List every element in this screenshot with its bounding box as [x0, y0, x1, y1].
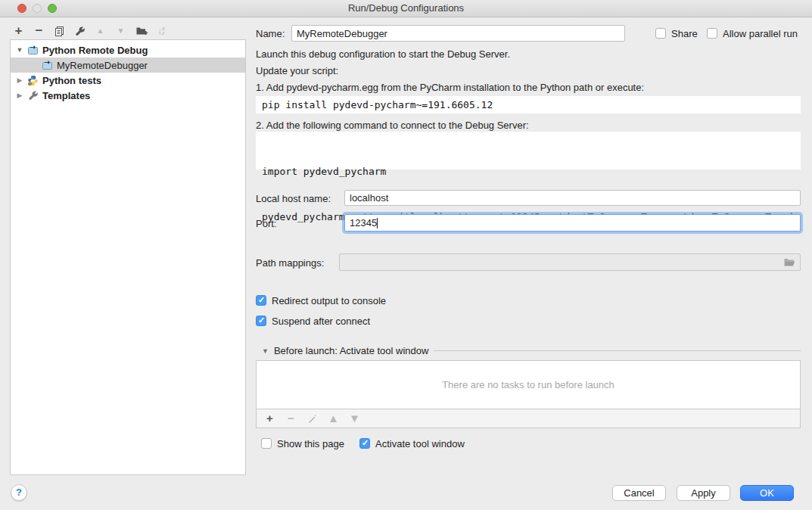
configurations-tree: ▼ Python Remote Debug MyRemoteDebugger ▶… [10, 39, 246, 475]
remove-configuration-icon[interactable]: − [33, 25, 45, 37]
redirect-output-checkbox[interactable] [256, 295, 266, 306]
redirect-output-checkbox-row[interactable]: Redirect output to console [256, 294, 386, 306]
new-folder-icon[interactable] [135, 25, 148, 37]
move-task-down-icon: ▼ [349, 412, 360, 424]
before-launch-title: Before launch: Activate tool window [274, 345, 429, 356]
help-button[interactable]: ? [11, 484, 27, 501]
zoom-window-button[interactable] [48, 4, 57, 13]
chevron-down-icon[interactable]: ▼ [256, 347, 269, 355]
pip-install-code-block: pip install pydevd-pycharm~=191.6605.12 [256, 96, 801, 114]
allow-parallel-run-checkbox-row[interactable]: Allow parallel run [707, 27, 798, 39]
local-host-name-label: Local host name: [256, 193, 331, 204]
configuration-editor-panel: Name: Share Allow parallel run Launch th… [256, 0, 801, 510]
share-label: Share [671, 28, 698, 39]
section-divider [434, 350, 801, 351]
tree-item-label: Python Remote Debug [42, 45, 148, 56]
tree-item-templates[interactable]: ▶ Templates [11, 88, 245, 103]
allow-parallel-run-label: Allow parallel run [723, 28, 798, 39]
apply-button[interactable]: Apply [677, 485, 730, 501]
empty-task-list-message: There are no tasks to run before launch [442, 379, 614, 390]
share-checkbox[interactable] [655, 28, 666, 39]
configurations-toolbar: + − ▲ ▼ ↓ a z [13, 23, 165, 39]
text-caret [377, 218, 378, 229]
redirect-output-label: Redirect output to console [272, 295, 386, 306]
run-config-icon [27, 45, 39, 55]
instructions-step2: 2. Add the following command to connect … [256, 120, 529, 131]
chevron-right-icon[interactable]: ▶ [16, 76, 23, 84]
activate-tool-window-checkbox-row[interactable]: Activate tool window [359, 437, 465, 449]
instructions-step1: 1. Add pydevd-pycharm.egg from the PyCha… [256, 82, 644, 93]
suspend-after-connect-checkbox-row[interactable]: Suspend after connect [256, 315, 370, 327]
before-launch-toolbar: + − ▲ ▼ [256, 409, 801, 428]
chevron-down-icon[interactable]: ▼ [16, 46, 23, 54]
activate-tool-window-checkbox[interactable] [359, 438, 370, 449]
show-this-page-checkbox[interactable] [261, 438, 272, 449]
allow-parallel-run-checkbox[interactable] [707, 28, 717, 39]
name-label: Name: [256, 28, 285, 39]
instructions-intro: Launch this debug configuration to start… [256, 48, 510, 60]
suspend-after-connect-label: Suspend after connect [272, 316, 370, 327]
close-window-button[interactable] [17, 4, 26, 13]
settrace-code-block: import pydevd_pycharm pydevd_pycharm.set… [256, 132, 801, 169]
traffic-lights [17, 4, 57, 13]
tree-item-myremotedebugger[interactable]: MyRemoteDebugger [11, 58, 245, 73]
run-debug-configurations-dialog: Run/Debug Configurations + − ▲ ▼ [0, 0, 812, 510]
activate-tool-window-label: Activate tool window [375, 438, 465, 449]
minimize-window-button [33, 4, 42, 13]
port-input[interactable] [344, 214, 801, 232]
python-tests-icon [27, 75, 39, 86]
suspend-after-connect-checkbox[interactable] [256, 316, 266, 326]
add-configuration-icon[interactable]: + [13, 25, 24, 37]
tree-item-label: Python tests [42, 75, 101, 86]
copy-configuration-icon[interactable] [54, 25, 65, 37]
local-host-name-input[interactable] [344, 190, 801, 206]
templates-wrench-icon [27, 90, 39, 101]
path-mappings-label: Path mappings: [256, 257, 324, 269]
tree-item-label: Templates [42, 90, 90, 101]
move-down-icon: ▼ [115, 25, 126, 37]
before-launch-task-list[interactable]: There are no tasks to run before launch [256, 360, 801, 409]
tree-item-label: MyRemoteDebugger [57, 60, 148, 71]
move-task-up-icon: ▲ [328, 412, 339, 424]
port-label: Port: [256, 218, 276, 229]
settrace-code-line1: import pydevd_pycharm [262, 164, 801, 179]
tree-item-python-tests[interactable]: ▶ Python tests [11, 73, 245, 88]
name-input[interactable] [291, 25, 625, 42]
tree-item-python-remote-debug[interactable]: ▼ Python Remote Debug [11, 42, 245, 58]
path-mappings-field[interactable] [339, 253, 801, 271]
show-this-page-checkbox-row[interactable]: Show this page [261, 437, 344, 449]
run-config-icon [42, 60, 53, 70]
add-task-icon[interactable]: + [264, 412, 275, 424]
move-up-icon: ▲ [95, 25, 106, 37]
share-checkbox-row[interactable]: Share [655, 27, 698, 39]
cancel-button[interactable]: Cancel [612, 485, 666, 501]
remove-task-icon: − [285, 412, 297, 424]
sort-configurations-icon: ↓ a z [157, 26, 165, 36]
edit-task-pencil-icon [306, 412, 318, 424]
instructions-update: Update your script: [256, 65, 338, 76]
edit-defaults-wrench-icon[interactable] [74, 25, 86, 37]
chevron-right-icon[interactable]: ▶ [16, 92, 23, 99]
show-this-page-label: Show this page [277, 438, 344, 449]
ok-button[interactable]: OK [740, 485, 794, 501]
browse-folder-icon[interactable] [783, 257, 795, 267]
before-launch-section-header[interactable]: ▼ Before launch: Activate tool window [256, 345, 801, 356]
